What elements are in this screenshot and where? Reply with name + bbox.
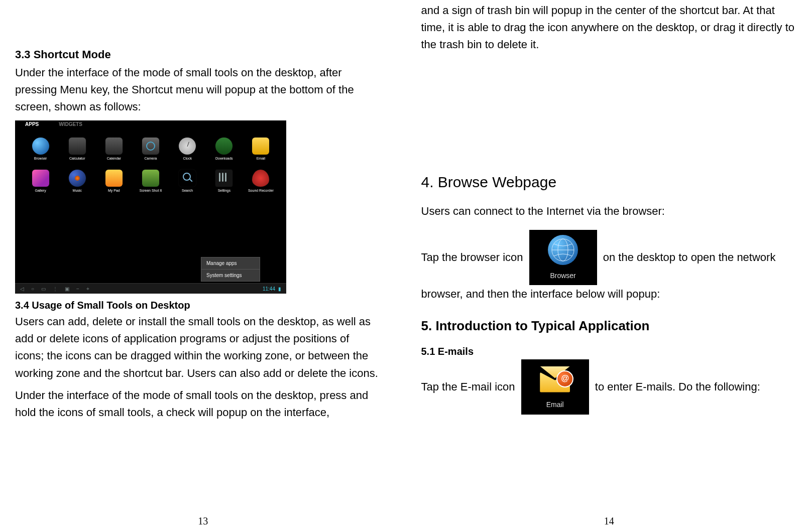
app-music[interactable]: Music	[59, 170, 95, 195]
app-label: Email	[257, 157, 266, 160]
para-4b: Tap the browser icon Browser on the desk…	[421, 230, 797, 303]
heading-5: 5. Introduction to Typical Application	[421, 318, 797, 334]
tab-apps[interactable]: APPS	[25, 121, 39, 127]
downloads-icon	[215, 138, 233, 155]
app-label: Search	[182, 189, 193, 192]
nav-more-icon[interactable]: ⋮	[53, 286, 58, 292]
browser-icon-label: Browser	[529, 271, 597, 282]
app-my-pad[interactable]: My Pad	[95, 170, 132, 195]
app-label: Camera	[145, 157, 157, 160]
gallery-icon	[32, 170, 49, 187]
para-5-1-post: to enter E-mails. Do the following:	[595, 380, 760, 393]
app-label: My Pad	[108, 189, 120, 192]
search-icon	[179, 170, 196, 187]
para-4a: Users can connect to the Internet via th…	[421, 203, 797, 220]
settings-icon	[215, 170, 233, 187]
statusbar-battery-icon: ▮	[278, 286, 281, 292]
app-label: Calendar	[107, 157, 121, 160]
app-gallery[interactable]: Gallery	[22, 170, 59, 195]
nav-recent-icon[interactable]: ▭	[41, 286, 46, 292]
app-label: Browser	[34, 157, 47, 160]
heading-3-3: 3.3 Shortcut Mode	[15, 48, 381, 61]
app-label: Calculator	[69, 157, 85, 160]
my-pad-icon	[105, 170, 123, 187]
music-icon	[69, 170, 86, 187]
app-label: Music	[73, 189, 82, 192]
para-5-1-pre: Tap the E-mail icon	[421, 380, 518, 393]
globe-icon	[548, 235, 578, 265]
heading-5-1: 5.1 E-mails	[421, 346, 797, 357]
email-icon	[252, 138, 269, 155]
app-calendar[interactable]: Calendar	[95, 138, 132, 163]
para-3-4a: Users can add, delete or install the sma…	[15, 313, 381, 381]
globe-svg	[548, 235, 578, 265]
android-apps-screenshot: APPS WIDGETS BrowserCalculatorCalendarCa…	[15, 120, 286, 294]
app-label: Gallery	[35, 189, 46, 192]
browser-icon	[32, 138, 49, 155]
page-number-left: 13	[0, 515, 406, 527]
app-sound-recorder[interactable]: Sound Recorder	[243, 170, 279, 195]
app-label: Screen Shot It	[140, 189, 162, 192]
nav-vol-down-icon[interactable]: −	[76, 286, 79, 292]
calendar-icon	[105, 138, 123, 155]
app-label: Settings	[218, 189, 230, 192]
para-5-1: Tap the E-mail icon @ Email to enter E-m…	[421, 359, 797, 415]
app-browser[interactable]: Browser	[22, 138, 59, 163]
menu-system-settings[interactable]: System settings	[201, 269, 260, 281]
para-right-top: and a sign of trash bin will popup in th…	[421, 2, 797, 53]
page-number-right: 14	[406, 515, 813, 527]
menu-manage-apps[interactable]: Manage apps	[201, 257, 260, 269]
app-calculator[interactable]: Calculator	[59, 138, 95, 163]
shortcut-popup-menu: Manage apps System settings	[201, 257, 260, 282]
app-label: Downloads	[215, 157, 233, 160]
app-label: Clock	[183, 157, 192, 160]
app-screen-shot-it[interactable]: Screen Shot It	[132, 170, 169, 195]
at-sign-icon: @	[556, 370, 573, 387]
tab-widgets[interactable]: WIDGETS	[59, 121, 82, 127]
app-email[interactable]: Email	[243, 138, 279, 163]
calculator-icon	[69, 138, 86, 155]
browser-icon-inline: Browser	[529, 230, 597, 285]
envelope-icon: @	[537, 368, 572, 393]
nav-home-icon[interactable]: ○	[31, 286, 34, 292]
camera-icon	[142, 138, 159, 155]
nav-vol-up-icon[interactable]: +	[86, 286, 89, 292]
statusbar-clock: 11:44	[263, 286, 275, 292]
app-settings[interactable]: Settings	[206, 170, 243, 195]
sound-recorder-icon	[252, 170, 269, 187]
email-icon-label: Email	[521, 400, 589, 411]
app-camera[interactable]: Camera	[132, 138, 169, 163]
clock-icon	[179, 138, 196, 155]
email-icon-inline: @ Email	[521, 359, 589, 415]
para-3-4b: Under the interface of the mode of small…	[15, 387, 381, 421]
nav-capture-icon[interactable]: ▣	[65, 286, 69, 292]
app-search[interactable]: Search	[169, 170, 206, 195]
para-4b-pre: Tap the browser icon	[421, 251, 526, 264]
app-downloads[interactable]: Downloads	[206, 138, 243, 163]
nav-bar: ◁ ○ ▭ ⋮ ▣ − + 11:44 ▮	[15, 283, 286, 294]
para-3-3: Under the interface of the mode of small…	[15, 64, 381, 115]
screen-shot-it-icon	[142, 170, 159, 187]
app-clock[interactable]: Clock	[169, 138, 206, 163]
heading-4: 4. Browse Webpage	[421, 174, 797, 191]
page-14: and a sign of trash bin will popup in th…	[406, 0, 813, 527]
heading-3-4: 3.4 Usage of Small Tools on Desktop	[15, 300, 381, 311]
page-13: 3.3 Shortcut Mode Under the interface of…	[0, 0, 406, 527]
app-label: Sound Recorder	[248, 189, 274, 192]
nav-back-icon[interactable]: ◁	[20, 286, 24, 292]
